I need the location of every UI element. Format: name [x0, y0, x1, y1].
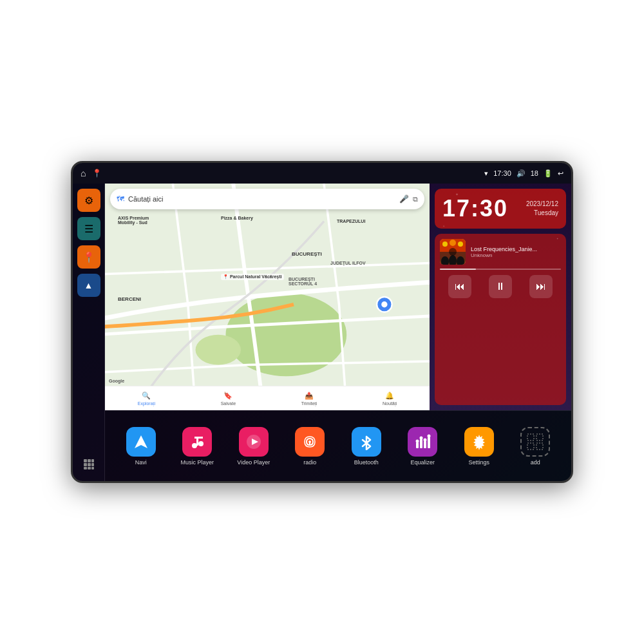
saved-icon: 🔖 — [223, 392, 232, 400]
svg-rect-42 — [527, 443, 534, 450]
music-controls: ⏮ ⏸ ⏭ — [440, 275, 561, 298]
main-area: ⚙ ☰ 📍 ▲ — [73, 184, 571, 481]
svg-point-35 — [416, 439, 419, 442]
home-icon[interactable]: ⌂ — [80, 168, 86, 178]
play-pause-button[interactable]: ⏸ — [489, 275, 512, 298]
svg-point-13 — [381, 301, 387, 307]
status-bar: ⌂ 📍 ▾ 17:30 🔊 18 🔋 ↩ — [73, 163, 571, 184]
music-artist: Unknown — [471, 252, 561, 258]
svg-rect-2 — [91, 459, 94, 462]
video-player-label: Video Player — [237, 459, 270, 466]
bluetooth-icon — [352, 427, 381, 457]
map-bottom-nav: 🔍 Explorați 🔖 Salvate 📤 Trimiteți � — [105, 386, 430, 410]
news-label: Noutăți — [383, 401, 397, 406]
svg-marker-22 — [135, 435, 147, 448]
music-player-icon — [182, 427, 212, 457]
music-widget: Lost Frequencies_Janie... Unknown ⏮ ⏸ ⏭ — [435, 234, 566, 405]
svg-rect-30 — [309, 442, 310, 446]
svg-point-36 — [420, 436, 423, 439]
status-bar-right: ▾ 17:30 🔊 18 🔋 ↩ — [484, 169, 564, 178]
next-button[interactable]: ⏭ — [529, 275, 553, 298]
music-text: Lost Frequencies_Janie... Unknown — [471, 246, 561, 258]
app-bluetooth[interactable]: Bluetooth — [346, 427, 386, 466]
send-icon: 📤 — [305, 392, 314, 400]
svg-point-21 — [458, 242, 463, 247]
navi-label: Navi — [135, 459, 147, 466]
app-grid: Navi Music Player — [105, 410, 571, 481]
app-radio[interactable]: radio — [290, 427, 330, 466]
app-add[interactable]: add — [515, 427, 555, 466]
music-title: Lost Frequencies_Janie... — [471, 246, 561, 252]
clock-time: 17:30 — [442, 195, 508, 222]
svg-rect-26 — [194, 437, 203, 439]
map-search-bar[interactable]: 🗺 Căutați aici 🎤 ⧉ — [110, 189, 424, 209]
microphone-icon[interactable]: 🎤 — [399, 194, 409, 204]
add-label: add — [531, 459, 540, 466]
svg-rect-0 — [84, 459, 87, 462]
google-logo: Google — [109, 379, 124, 383]
map-nav-explore[interactable]: 🔍 Explorați — [138, 392, 155, 406]
svg-rect-6 — [84, 467, 87, 469]
google-maps-icon: 🗺 — [117, 194, 124, 204]
top-content: AXIS PremiumMobility - Sud Pizza & Baker… — [105, 184, 571, 410]
app-video-player[interactable]: Video Player — [234, 427, 274, 466]
svg-point-11 — [196, 335, 241, 365]
news-icon: 🔔 — [385, 392, 394, 400]
layers-icon[interactable]: ⧉ — [413, 195, 418, 204]
settings-icon — [464, 427, 494, 457]
clock-date: 2023/12/12 Tuesday — [526, 200, 558, 218]
map-label-pizza: Pizza & Bakery — [221, 216, 253, 220]
content-area: AXIS PremiumMobility - Sud Pizza & Baker… — [105, 184, 571, 481]
clock-day-text: Tuesday — [526, 209, 558, 218]
map-label-trapezului: TRAPEZULUI — [337, 219, 365, 223]
map-label-ilfov: JUDEȚUL ILFOV — [330, 261, 366, 265]
radio-icon — [295, 427, 325, 457]
map-label-bucuresti: BUCUREȘTI — [292, 251, 322, 257]
sidebar-files-btn[interactable]: ☰ — [77, 217, 100, 240]
map-label-park: 📍 Parcul Natural Văcărești — [221, 274, 284, 280]
sidebar-grid-btn[interactable] — [77, 453, 100, 476]
status-bar-left: ⌂ 📍 — [80, 168, 102, 178]
explore-icon: 🔍 — [142, 392, 151, 400]
app-music-player[interactable]: Music Player — [177, 427, 217, 466]
explore-label: Explorați — [138, 401, 155, 406]
music-progress-bar[interactable] — [440, 269, 561, 270]
sidebar: ⚙ ☰ 📍 ▲ — [73, 184, 105, 481]
right-panel: ✦ ✦ ✦ ✦ 17:30 2023/12/12 Tuesday — [430, 184, 571, 410]
map-label-axis: AXIS PremiumMobility - Sud — [118, 216, 149, 225]
map-nav-saved[interactable]: 🔖 Salvate — [221, 392, 236, 406]
back-icon[interactable]: ↩ — [558, 169, 564, 178]
svg-rect-31 — [416, 442, 419, 448]
svg-point-37 — [424, 438, 427, 441]
map-container[interactable]: AXIS PremiumMobility - Sud Pizza & Baker… — [105, 184, 430, 410]
app-navi[interactable]: Navi — [121, 427, 161, 466]
svg-rect-7 — [88, 467, 91, 469]
clock-widget: 17:30 2023/12/12 Tuesday — [435, 189, 566, 229]
location-icon[interactable]: 📍 — [92, 169, 102, 178]
wifi-icon: ▾ — [484, 169, 488, 178]
music-info: Lost Frequencies_Janie... Unknown — [440, 239, 561, 265]
map-nav-send[interactable]: 📤 Trimiteți — [301, 392, 317, 406]
add-icon — [520, 427, 550, 457]
map-nav-news[interactable]: 🔔 Noutăți — [383, 392, 397, 406]
svg-point-24 — [198, 441, 204, 446]
app-settings[interactable]: Settings — [459, 427, 499, 466]
svg-point-20 — [450, 240, 456, 246]
sidebar-map-btn[interactable]: 📍 — [77, 245, 100, 269]
car-head-unit: ⌂ 📍 ▾ 17:30 🔊 18 🔋 ↩ ⚙ ☰ 📍 ▲ — [71, 161, 573, 483]
app-equalizer[interactable]: Equalizer — [402, 427, 442, 466]
svg-rect-8 — [91, 467, 94, 469]
sidebar-settings-btn[interactable]: ⚙ — [77, 189, 100, 212]
video-player-icon — [239, 427, 269, 457]
svg-rect-4 — [88, 463, 91, 466]
sidebar-nav-btn[interactable]: ▲ — [77, 274, 100, 297]
radio-label: radio — [303, 459, 316, 466]
svg-rect-43 — [536, 443, 543, 450]
search-placeholder[interactable]: Căutați aici — [128, 195, 395, 203]
volume-icon: 🔊 — [516, 169, 526, 178]
equalizer-icon — [408, 427, 437, 457]
map-label-sector4: BUCUREȘTISECTORUL 4 — [289, 277, 317, 286]
svg-rect-3 — [84, 463, 87, 466]
prev-button[interactable]: ⏮ — [448, 275, 471, 298]
svg-rect-34 — [428, 437, 430, 448]
